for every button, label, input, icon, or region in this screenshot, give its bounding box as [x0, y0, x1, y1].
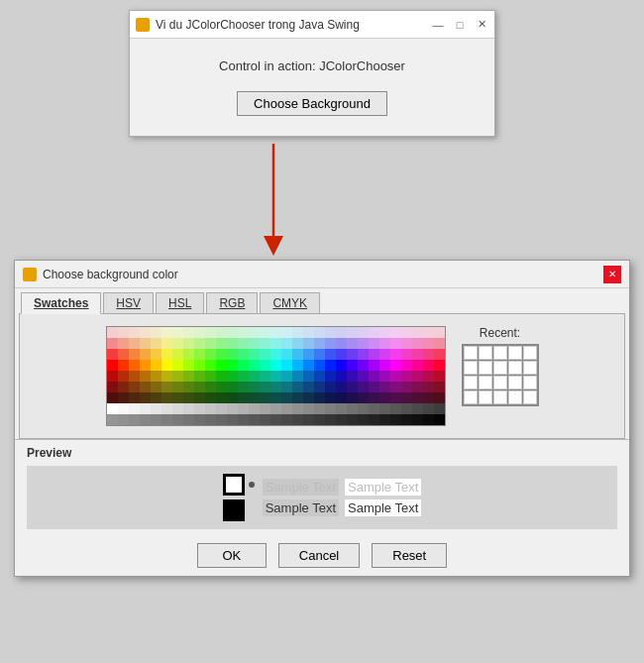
- color-swatch-cell[interactable]: [161, 349, 172, 360]
- tab-swatches[interactable]: Swatches: [21, 292, 101, 314]
- color-swatch-cell[interactable]: [401, 382, 412, 392]
- color-swatch-cell[interactable]: [423, 392, 434, 403]
- color-swatch-cell[interactable]: [216, 382, 227, 392]
- color-swatch-cell[interactable]: [401, 360, 412, 371]
- color-swatch-cell[interactable]: [107, 349, 118, 360]
- color-swatch-cell[interactable]: [412, 382, 423, 392]
- color-swatch-cell[interactable]: [358, 414, 369, 425]
- color-swatch-cell[interactable]: [281, 414, 292, 425]
- color-swatch-cell[interactable]: [260, 327, 270, 338]
- color-swatch-cell[interactable]: [118, 392, 129, 403]
- color-swatch-cell[interactable]: [118, 403, 129, 414]
- color-swatch-cell[interactable]: [140, 414, 151, 425]
- color-swatch-cell[interactable]: [401, 414, 412, 425]
- color-swatch-cell[interactable]: [118, 371, 129, 382]
- color-swatch-cell[interactable]: [260, 360, 270, 371]
- color-swatch-cell[interactable]: [347, 360, 358, 371]
- color-swatch-cell[interactable]: [260, 414, 270, 425]
- color-swatch-cell[interactable]: [161, 392, 172, 403]
- recent-color-cell[interactable]: [464, 390, 478, 404]
- color-swatch-cell[interactable]: [107, 382, 118, 392]
- color-swatch-cell[interactable]: [358, 403, 369, 414]
- color-swatch-cell[interactable]: [434, 403, 445, 414]
- color-swatch-cell[interactable]: [314, 349, 325, 360]
- color-swatch-cell[interactable]: [107, 360, 118, 371]
- color-swatch-cell[interactable]: [303, 327, 314, 338]
- color-swatch-cell[interactable]: [314, 338, 325, 349]
- color-swatch-cell[interactable]: [249, 371, 260, 382]
- color-swatch-cell[interactable]: [325, 382, 336, 392]
- color-swatch-cell[interactable]: [292, 403, 303, 414]
- color-swatch-cell[interactable]: [118, 414, 129, 425]
- color-swatch-cell[interactable]: [390, 414, 401, 425]
- color-swatch-cell[interactable]: [347, 382, 358, 392]
- recent-color-cell[interactable]: [493, 346, 507, 360]
- color-swatch-cell[interactable]: [336, 382, 347, 392]
- color-swatch-cell[interactable]: [423, 414, 434, 425]
- recent-color-cell[interactable]: [523, 376, 537, 389]
- color-swatch-cell[interactable]: [129, 349, 140, 360]
- cancel-button[interactable]: Cancel: [278, 543, 360, 568]
- color-swatch-cell[interactable]: [270, 327, 281, 338]
- recent-color-cell[interactable]: [508, 346, 522, 360]
- color-swatch-cell[interactable]: [347, 403, 358, 414]
- color-swatch-cell[interactable]: [270, 382, 281, 392]
- color-swatch-cell[interactable]: [227, 414, 238, 425]
- color-swatch-cell[interactable]: [390, 327, 401, 338]
- color-swatch-cell[interactable]: [194, 349, 205, 360]
- color-swatch-cell[interactable]: [325, 403, 336, 414]
- color-swatch-cell[interactable]: [161, 338, 172, 349]
- color-swatch-cell[interactable]: [314, 327, 325, 338]
- color-swatch-cell[interactable]: [129, 403, 140, 414]
- tab-hsv[interactable]: HSV: [103, 292, 154, 313]
- tab-rgb[interactable]: RGB: [206, 292, 258, 313]
- color-swatch-cell[interactable]: [151, 414, 161, 425]
- color-swatch-cell[interactable]: [194, 360, 205, 371]
- color-swatch-cell[interactable]: [281, 349, 292, 360]
- color-swatch-cell[interactable]: [369, 349, 379, 360]
- color-swatch-cell[interactable]: [336, 360, 347, 371]
- color-swatch-cell[interactable]: [238, 403, 249, 414]
- color-swatch-cell[interactable]: [151, 382, 161, 392]
- color-swatch-cell[interactable]: [369, 392, 379, 403]
- color-swatch-cell[interactable]: [292, 414, 303, 425]
- color-swatch-cell[interactable]: [118, 360, 129, 371]
- color-swatch-cell[interactable]: [227, 327, 238, 338]
- color-swatch-cell[interactable]: [227, 371, 238, 382]
- color-swatch-cell[interactable]: [140, 371, 151, 382]
- color-swatch-cell[interactable]: [216, 403, 227, 414]
- color-swatch-cell[interactable]: [423, 327, 434, 338]
- color-swatch-cell[interactable]: [172, 392, 183, 403]
- color-swatch-cell[interactable]: [281, 360, 292, 371]
- color-swatch-cell[interactable]: [379, 382, 390, 392]
- color-swatch-cell[interactable]: [434, 414, 445, 425]
- color-swatch-cell[interactable]: [249, 392, 260, 403]
- recent-color-cell[interactable]: [508, 390, 522, 404]
- color-swatch-cell[interactable]: [325, 349, 336, 360]
- color-swatch-cell[interactable]: [151, 327, 161, 338]
- color-swatch-cell[interactable]: [390, 338, 401, 349]
- tab-hsl[interactable]: HSL: [156, 292, 204, 313]
- color-swatch-cell[interactable]: [270, 414, 281, 425]
- color-swatch-cell[interactable]: [336, 403, 347, 414]
- color-swatch-cell[interactable]: [303, 392, 314, 403]
- color-swatch-cell[interactable]: [358, 360, 369, 371]
- recent-color-cell[interactable]: [479, 346, 492, 360]
- color-swatch-cell[interactable]: [358, 382, 369, 392]
- color-swatch-cell[interactable]: [140, 338, 151, 349]
- color-swatch-cell[interactable]: [194, 338, 205, 349]
- color-swatch-cell[interactable]: [172, 349, 183, 360]
- color-swatch-cell[interactable]: [281, 371, 292, 382]
- color-swatch-cell[interactable]: [369, 338, 379, 349]
- color-swatch-cell[interactable]: [227, 403, 238, 414]
- color-swatch-cell[interactable]: [118, 382, 129, 392]
- color-swatch-cell[interactable]: [358, 371, 369, 382]
- color-swatch-cell[interactable]: [172, 382, 183, 392]
- color-swatch-cell[interactable]: [161, 371, 172, 382]
- color-swatch-cell[interactable]: [434, 327, 445, 338]
- color-swatch-cell[interactable]: [325, 338, 336, 349]
- color-swatch-cell[interactable]: [434, 392, 445, 403]
- color-swatch-cell[interactable]: [401, 403, 412, 414]
- color-swatch-cell[interactable]: [205, 403, 216, 414]
- reset-button[interactable]: Reset: [372, 543, 447, 568]
